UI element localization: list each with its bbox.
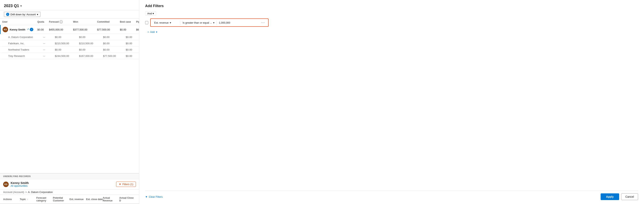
- year-label: 2023 Q1: [4, 3, 19, 8]
- sub-name: A. Datum Corporation: [0, 34, 36, 40]
- add-filter-button[interactable]: + Add ▾: [145, 29, 638, 34]
- col-won: Won: [71, 19, 95, 25]
- sub-name: Trey Research: [0, 53, 36, 59]
- clear-filters-button[interactable]: ▼ Clear Filters: [145, 195, 163, 198]
- sub-pipeline: $24,995.00: [134, 47, 139, 53]
- table-row: Trey Research -- $244,500.00 $167,000.00…: [0, 53, 139, 59]
- sub-quota: --: [35, 47, 47, 53]
- forecast-cell: $455,000.00: [47, 25, 71, 34]
- col-quota: Quota: [35, 19, 47, 25]
- col-forecast: Forecast i: [47, 19, 71, 25]
- sub-quota: --: [35, 34, 47, 40]
- col-actions: Actions: [3, 198, 20, 201]
- sub-committed: $0.00: [95, 47, 118, 53]
- clear-filters-label: Clear Filters: [149, 195, 163, 198]
- best-case-cell: $0.00: [118, 25, 134, 34]
- and-label: And: [147, 12, 152, 15]
- quota-cell: $0.00: [35, 25, 47, 34]
- sub-won: $167,000.00: [71, 53, 95, 59]
- sub-won: $0.00: [71, 34, 95, 40]
- breadcrumb-current: A. Datum Corporation: [28, 191, 53, 194]
- user-name: Kenny Smith: [10, 28, 25, 31]
- sub-forecast: $0.00: [47, 47, 71, 53]
- filter-field-chevron-icon: ▾: [170, 21, 171, 24]
- table-row: Fabrikam, Inc. -- $210,500.00 $210,500.0…: [0, 40, 139, 47]
- table-row: Northwind Traders -- $0.00 $0.00 $0.00 $…: [0, 47, 139, 53]
- sub-won: $0.00: [71, 47, 95, 53]
- col-forecast-category: Forecast category: [36, 197, 53, 202]
- sub-committed: $0.00: [95, 34, 118, 40]
- sub-committed: $77,500.00: [95, 53, 118, 59]
- col-user: User: [0, 19, 36, 25]
- won-cell: $377,500.00: [71, 25, 95, 34]
- clear-filter-icon: ▼: [145, 195, 148, 198]
- drill-down-label: Drill down by: Account: [10, 13, 36, 16]
- underlying-name: Kenny Smith: [11, 181, 29, 185]
- sub-name: Northwind Traders: [0, 47, 36, 53]
- add-chevron-icon: ▾: [156, 30, 157, 33]
- panel-title: Add Filters: [145, 4, 638, 8]
- and-button[interactable]: And ▾: [145, 11, 156, 16]
- col-best-case: Best case: [118, 19, 134, 25]
- drill-icon: ⊙: [6, 13, 9, 16]
- filter-more-button[interactable]: ···: [260, 20, 266, 25]
- filter-row-container: Est. revenue ▾ Is greater than or equal …: [145, 18, 638, 27]
- col-actual-revenue: Actual Revenue: [103, 197, 119, 202]
- sub-quota: --: [35, 53, 47, 59]
- apply-button[interactable]: Apply: [600, 193, 619, 200]
- year-selector[interactable]: 2023 Q1 ▾: [4, 3, 135, 8]
- footer-actions: Apply Cancel: [600, 193, 638, 200]
- filter-operator-label: Is greater than or equal ...: [182, 21, 212, 24]
- underlying-avatar: KS: [3, 182, 9, 187]
- filter-field-label: Est. revenue: [154, 21, 168, 24]
- sub-pipeline: $44,700.00: [134, 34, 139, 40]
- breadcrumb-parent: Account (Account): [3, 191, 24, 194]
- sub-forecast: $210,500.00: [47, 40, 71, 47]
- filter-btn-label: Filters (1): [122, 183, 133, 186]
- add-icon: +: [148, 30, 149, 33]
- expand-icon[interactable]: +: [30, 28, 33, 31]
- sub-forecast: $244,500.00: [47, 53, 71, 59]
- forecast-info-icon[interactable]: i: [60, 20, 63, 23]
- col-potential-customer: Potential Customer: [53, 197, 70, 202]
- filter-operator-chevron-icon: ▾: [213, 21, 214, 24]
- detail-table-header: Actions Topic ↑ Forecast category Potent…: [0, 195, 139, 204]
- filters-button[interactable]: ▼ Filters (1): [116, 182, 136, 187]
- sub-pipeline: $0.00: [134, 53, 139, 59]
- filter-operator-select[interactable]: Is greater than or equal ... ▾: [181, 20, 216, 25]
- underlying-records-header: UNDERLYING RECORDS: [0, 174, 139, 179]
- link-icon[interactable]: ↗: [27, 28, 29, 31]
- sub-best-case: $0.00: [118, 53, 134, 59]
- add-btn-label: Add: [150, 30, 155, 33]
- sub-best-case: $0.00: [118, 47, 134, 53]
- cancel-button[interactable]: Cancel: [621, 193, 638, 200]
- col-topic: Topic ↑: [20, 198, 36, 201]
- drill-chevron-icon: ▾: [37, 13, 38, 16]
- sub-best-case: $0.00: [118, 40, 134, 47]
- filter-value-input[interactable]: [217, 20, 259, 25]
- sub-won: $210,500.00: [71, 40, 95, 47]
- filter-field-select[interactable]: Est. revenue ▾: [152, 20, 180, 25]
- panel-footer: ▼ Clear Filters Apply Cancel: [145, 191, 638, 200]
- and-chevron-icon: ▾: [152, 12, 154, 15]
- sub-pipeline: $0.00: [134, 40, 139, 47]
- pipeline-cell: $69,695.00: [134, 25, 139, 34]
- add-filters-panel: Add Filters And ▾ Est. revenue ▾ Is grea…: [139, 0, 644, 204]
- committed-cell: $77,500.00: [95, 25, 118, 34]
- breadcrumb: Account (Account) > A. Datum Corporation: [0, 190, 139, 195]
- col-committed: Committed: [95, 19, 118, 25]
- sub-name: Fabrikam, Inc.: [0, 40, 36, 47]
- col-actual-close-d: Actual Close D: [119, 197, 136, 202]
- col-est-close-date: Est. close date: [86, 198, 103, 201]
- table-row: A. Datum Corporation -- $0.00 $0.00 $0.0…: [0, 34, 139, 40]
- sub-committed: $0.00: [95, 40, 118, 47]
- drill-down-button[interactable]: ⊙ Drill down by: Account ▾: [4, 12, 40, 17]
- filter-checkbox[interactable]: [145, 21, 148, 24]
- table-row: KS Kenny Smith ↗ + $0.00 $455,000.00 $37…: [0, 25, 139, 34]
- sub-quota: --: [35, 40, 47, 47]
- filter-row: Est. revenue ▾ Is greater than or equal …: [150, 18, 268, 27]
- col-pipeline: Pipeline: [134, 19, 139, 25]
- year-chevron-icon: ▾: [20, 4, 22, 7]
- sort-icon: ↑: [27, 198, 28, 201]
- breadcrumb-separator: >: [25, 191, 27, 194]
